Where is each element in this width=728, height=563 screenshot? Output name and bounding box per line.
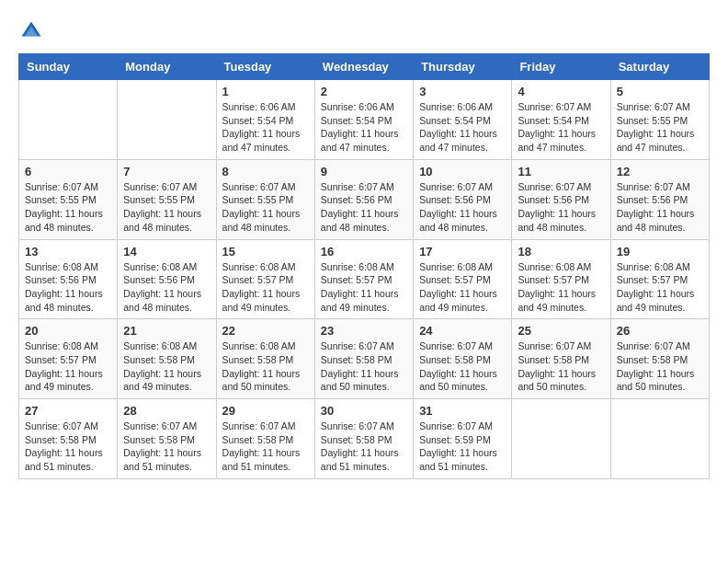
logo-icon xyxy=(18,18,44,44)
calendar-header-row: SundayMondayTuesdayWednesdayThursdayFrid… xyxy=(19,54,710,80)
day-of-week-header: Tuesday xyxy=(216,54,314,80)
day-of-week-header: Thursday xyxy=(414,54,512,80)
day-number: 24 xyxy=(419,324,506,338)
day-info: Sunrise: 6:07 AMSunset: 5:56 PMDaylight:… xyxy=(321,180,407,235)
day-info: Sunrise: 6:07 AMSunset: 5:58 PMDaylight:… xyxy=(222,419,309,474)
day-number: 17 xyxy=(419,245,506,259)
calendar-week-row: 20Sunrise: 6:08 AMSunset: 5:57 PMDayligh… xyxy=(19,319,710,399)
day-info: Sunrise: 6:07 AMSunset: 5:58 PMDaylight:… xyxy=(123,419,210,474)
day-number: 30 xyxy=(321,404,407,418)
day-info: Sunrise: 6:08 AMSunset: 5:57 PMDaylight:… xyxy=(617,260,703,315)
calendar-day-cell: 11Sunrise: 6:07 AMSunset: 5:56 PMDayligh… xyxy=(512,159,610,239)
calendar-day-cell: 24Sunrise: 6:07 AMSunset: 5:58 PMDayligh… xyxy=(414,319,512,399)
calendar-day-cell: 29Sunrise: 6:07 AMSunset: 5:58 PMDayligh… xyxy=(216,399,314,479)
day-info: Sunrise: 6:07 AMSunset: 5:55 PMDaylight:… xyxy=(617,100,703,155)
calendar-day-cell: 31Sunrise: 6:07 AMSunset: 5:59 PMDayligh… xyxy=(414,399,512,479)
calendar-day-cell: 1Sunrise: 6:06 AMSunset: 5:54 PMDaylight… xyxy=(216,80,314,160)
day-number: 13 xyxy=(25,245,111,259)
calendar-day-cell: 3Sunrise: 6:06 AMSunset: 5:54 PMDaylight… xyxy=(414,80,512,160)
day-of-week-header: Friday xyxy=(512,54,610,80)
day-number: 1 xyxy=(222,85,309,98)
page-header xyxy=(18,18,710,44)
calendar-day-cell: 25Sunrise: 6:07 AMSunset: 5:58 PMDayligh… xyxy=(512,319,610,399)
day-info: Sunrise: 6:07 AMSunset: 5:58 PMDaylight:… xyxy=(617,339,703,394)
calendar-day-cell: 23Sunrise: 6:07 AMSunset: 5:58 PMDayligh… xyxy=(314,319,413,399)
day-info: Sunrise: 6:07 AMSunset: 5:56 PMDaylight:… xyxy=(419,180,506,235)
day-info: Sunrise: 6:08 AMSunset: 5:56 PMDaylight:… xyxy=(123,260,210,315)
day-number: 21 xyxy=(123,324,210,338)
calendar-day-cell: 8Sunrise: 6:07 AMSunset: 5:55 PMDaylight… xyxy=(216,159,314,239)
day-of-week-header: Wednesday xyxy=(314,54,413,80)
day-info: Sunrise: 6:07 AMSunset: 5:59 PMDaylight:… xyxy=(419,419,506,474)
day-number: 27 xyxy=(25,404,111,418)
calendar-day-cell: 30Sunrise: 6:07 AMSunset: 5:58 PMDayligh… xyxy=(314,399,413,479)
day-info: Sunrise: 6:08 AMSunset: 5:57 PMDaylight:… xyxy=(25,339,111,394)
day-info: Sunrise: 6:06 AMSunset: 5:54 PMDaylight:… xyxy=(419,100,506,155)
calendar-week-row: 1Sunrise: 6:06 AMSunset: 5:54 PMDaylight… xyxy=(19,80,710,160)
day-number: 19 xyxy=(617,245,703,259)
day-number: 23 xyxy=(321,324,407,338)
day-info: Sunrise: 6:07 AMSunset: 5:58 PMDaylight:… xyxy=(419,339,506,394)
calendar-day-cell: 20Sunrise: 6:08 AMSunset: 5:57 PMDayligh… xyxy=(19,319,118,399)
day-number: 14 xyxy=(123,245,210,259)
calendar-day-cell: 2Sunrise: 6:06 AMSunset: 5:54 PMDaylight… xyxy=(314,80,413,160)
day-info: Sunrise: 6:07 AMSunset: 5:58 PMDaylight:… xyxy=(25,419,111,474)
day-number: 3 xyxy=(419,85,506,98)
calendar-day-cell: 28Sunrise: 6:07 AMSunset: 5:58 PMDayligh… xyxy=(118,399,216,479)
day-info: Sunrise: 6:08 AMSunset: 5:58 PMDaylight:… xyxy=(222,339,309,394)
day-number: 10 xyxy=(419,165,506,178)
calendar-day-cell xyxy=(610,399,709,479)
calendar-day-cell: 26Sunrise: 6:07 AMSunset: 5:58 PMDayligh… xyxy=(610,319,709,399)
calendar-day-cell: 22Sunrise: 6:08 AMSunset: 5:58 PMDayligh… xyxy=(216,319,314,399)
calendar-day-cell: 21Sunrise: 6:08 AMSunset: 5:58 PMDayligh… xyxy=(118,319,216,399)
day-of-week-header: Saturday xyxy=(610,54,709,80)
day-info: Sunrise: 6:08 AMSunset: 5:57 PMDaylight:… xyxy=(419,260,506,315)
day-info: Sunrise: 6:07 AMSunset: 5:56 PMDaylight:… xyxy=(518,180,604,235)
day-info: Sunrise: 6:07 AMSunset: 5:55 PMDaylight:… xyxy=(222,180,309,235)
day-number: 26 xyxy=(617,324,703,338)
calendar-day-cell: 19Sunrise: 6:08 AMSunset: 5:57 PMDayligh… xyxy=(610,239,709,319)
day-info: Sunrise: 6:07 AMSunset: 5:58 PMDaylight:… xyxy=(518,339,604,394)
day-info: Sunrise: 6:07 AMSunset: 5:54 PMDaylight:… xyxy=(518,100,604,155)
calendar-day-cell: 12Sunrise: 6:07 AMSunset: 5:56 PMDayligh… xyxy=(610,159,709,239)
day-number: 16 xyxy=(321,245,407,259)
calendar-day-cell: 5Sunrise: 6:07 AMSunset: 5:55 PMDaylight… xyxy=(610,80,709,160)
calendar-day-cell xyxy=(118,80,216,160)
day-info: Sunrise: 6:07 AMSunset: 5:58 PMDaylight:… xyxy=(321,339,407,394)
day-number: 8 xyxy=(222,165,309,178)
calendar-day-cell: 18Sunrise: 6:08 AMSunset: 5:57 PMDayligh… xyxy=(512,239,610,319)
calendar-week-row: 6Sunrise: 6:07 AMSunset: 5:55 PMDaylight… xyxy=(19,159,710,239)
calendar-day-cell: 17Sunrise: 6:08 AMSunset: 5:57 PMDayligh… xyxy=(414,239,512,319)
day-info: Sunrise: 6:07 AMSunset: 5:58 PMDaylight:… xyxy=(321,419,407,474)
day-number: 18 xyxy=(518,245,604,259)
day-info: Sunrise: 6:08 AMSunset: 5:57 PMDaylight:… xyxy=(321,260,407,315)
day-info: Sunrise: 6:08 AMSunset: 5:57 PMDaylight:… xyxy=(222,260,309,315)
day-info: Sunrise: 6:07 AMSunset: 5:55 PMDaylight:… xyxy=(123,180,210,235)
day-number: 4 xyxy=(518,85,604,98)
calendar-day-cell: 27Sunrise: 6:07 AMSunset: 5:58 PMDayligh… xyxy=(19,399,118,479)
day-number: 9 xyxy=(321,165,407,178)
calendar-day-cell: 15Sunrise: 6:08 AMSunset: 5:57 PMDayligh… xyxy=(216,239,314,319)
logo xyxy=(18,18,48,44)
day-number: 28 xyxy=(123,404,210,418)
day-number: 11 xyxy=(518,165,604,178)
day-info: Sunrise: 6:08 AMSunset: 5:58 PMDaylight:… xyxy=(123,339,210,394)
calendar-day-cell: 7Sunrise: 6:07 AMSunset: 5:55 PMDaylight… xyxy=(118,159,216,239)
calendar-day-cell xyxy=(512,399,610,479)
day-number: 25 xyxy=(518,324,604,338)
day-number: 22 xyxy=(222,324,309,338)
day-number: 12 xyxy=(617,165,703,178)
day-number: 29 xyxy=(222,404,309,418)
calendar-day-cell xyxy=(19,80,118,160)
calendar-week-row: 27Sunrise: 6:07 AMSunset: 5:58 PMDayligh… xyxy=(19,399,710,479)
calendar-week-row: 13Sunrise: 6:08 AMSunset: 5:56 PMDayligh… xyxy=(19,239,710,319)
day-info: Sunrise: 6:06 AMSunset: 5:54 PMDaylight:… xyxy=(321,100,407,155)
day-info: Sunrise: 6:08 AMSunset: 5:57 PMDaylight:… xyxy=(518,260,604,315)
calendar-day-cell: 9Sunrise: 6:07 AMSunset: 5:56 PMDaylight… xyxy=(314,159,413,239)
day-number: 6 xyxy=(25,165,111,178)
calendar-day-cell: 6Sunrise: 6:07 AMSunset: 5:55 PMDaylight… xyxy=(19,159,118,239)
day-of-week-header: Sunday xyxy=(19,54,118,80)
day-number: 31 xyxy=(419,404,506,418)
day-info: Sunrise: 6:08 AMSunset: 5:56 PMDaylight:… xyxy=(25,260,111,315)
calendar-day-cell: 4Sunrise: 6:07 AMSunset: 5:54 PMDaylight… xyxy=(512,80,610,160)
